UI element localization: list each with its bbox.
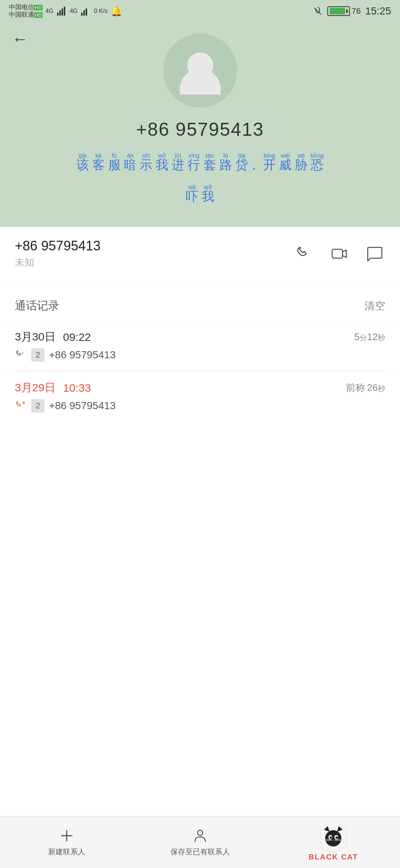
- records-clear-button[interactable]: 清空: [364, 299, 385, 313]
- call-type-icon-1: [15, 349, 27, 361]
- carrier1-label: 中国电信HD 中国联通HD: [9, 4, 43, 19]
- record-number-1: +86 95795413: [49, 349, 116, 361]
- call-records-section: 通话记录 清空 3月30日 09:22 5分12秒 2 +86 95795413: [0, 288, 400, 421]
- svg-point-11: [198, 830, 203, 835]
- svg-point-14: [325, 830, 341, 846]
- contact-phone-number: +86 95795413: [136, 119, 264, 140]
- bottom-navigation: 新建联系人 保存至已有联系人: [0, 816, 400, 868]
- records-header: 通话记录 清空: [0, 288, 400, 320]
- message-button[interactable]: [364, 243, 385, 264]
- info-phone-number: +86 95795413: [15, 238, 100, 254]
- contact-actions: [293, 243, 385, 264]
- svg-rect-4: [81, 13, 83, 16]
- back-button[interactable]: ←: [12, 30, 28, 48]
- blackcat-label: BLACK CAT: [309, 853, 358, 861]
- record-number-2: +86 95795413: [49, 400, 116, 412]
- video-call-button[interactable]: [329, 243, 350, 264]
- signal-bars-1: [56, 6, 67, 16]
- signal-4g-2: 4G: [70, 8, 77, 14]
- sim-badge-1: 2: [31, 348, 44, 362]
- call-record-item-2: 3月29日 10:33 前称 26秒 2 +86 95795413: [0, 371, 400, 421]
- blackcat-logo-svg: [317, 824, 350, 852]
- record-number-row-1: 2 +86 95795413: [15, 348, 385, 362]
- battery-indicator: 76: [327, 6, 360, 16]
- battery-icon: [327, 6, 350, 16]
- contact-info-section: +86 95795413 未知: [0, 227, 400, 280]
- avatar-icon: [176, 46, 224, 95]
- svg-rect-3: [64, 7, 65, 16]
- battery-percent: 76: [351, 6, 360, 16]
- svg-rect-0: [57, 13, 59, 16]
- save-contact-button[interactable]: 保存至已有联系人: [133, 828, 267, 857]
- record-time-1: 09:22: [63, 331, 91, 343]
- svg-rect-7: [88, 7, 89, 16]
- record-date-row-1: 3月30日 09:22 5分12秒: [15, 329, 385, 345]
- record-number-row-2: 2 +86 95795413: [15, 399, 385, 412]
- plus-icon: [59, 828, 75, 844]
- svg-rect-5: [83, 10, 85, 16]
- person-icon: [192, 828, 208, 844]
- contact-avatar: [163, 33, 237, 108]
- info-phone-label: 未知: [15, 256, 100, 269]
- sim-badge-2: 2: [31, 399, 44, 412]
- contact-header: ← +86 95795413 该gāi 客kè 服fú 暗àn 示shì 我wǒ…: [0, 22, 400, 227]
- svg-point-18: [335, 836, 338, 839]
- complaint-text: 该gāi 客kè 服fú 暗àn 示shì 我wǒ 进jìn 行xíng 套tà…: [76, 149, 324, 212]
- record-date-row-2: 3月29日 10:33 前称 26秒: [15, 380, 385, 395]
- new-contact-button[interactable]: 新建联系人: [0, 828, 133, 857]
- record-date-2: 3月29日: [15, 380, 56, 395]
- svg-rect-8: [332, 249, 343, 258]
- blackcat-button[interactable]: BLACK CAT: [267, 823, 400, 861]
- svg-rect-6: [86, 9, 87, 16]
- record-duration-1: 5分12秒: [354, 331, 385, 343]
- svg-rect-2: [62, 9, 63, 16]
- call-button[interactable]: [293, 243, 314, 264]
- svg-point-17: [330, 836, 332, 839]
- data-speed: 0 K/s: [94, 8, 107, 14]
- mute-icon: [313, 6, 323, 16]
- record-duration-2: 前称 26秒: [346, 381, 385, 394]
- signal-4g-1: 4G: [46, 8, 53, 14]
- call-type-icon-2: [15, 400, 27, 412]
- call-record-item-1: 3月30日 09:22 5分12秒 2 +86 95795413: [0, 320, 400, 371]
- signal-bars-2: [80, 6, 91, 16]
- status-left: 中国电信HD 中国联通HD 4G 4G 0 K/s 🔔: [9, 4, 122, 19]
- save-contact-label: 保存至已有联系人: [171, 847, 230, 857]
- status-bar: 中国电信HD 中国联通HD 4G 4G 0 K/s 🔔: [0, 0, 400, 22]
- time-display: 15:25: [365, 5, 391, 17]
- record-time-2: 10:33: [63, 382, 91, 394]
- records-title: 通话记录: [15, 298, 59, 313]
- status-right: 76 15:25: [313, 5, 391, 17]
- svg-rect-1: [59, 10, 61, 16]
- notification-icon: 🔔: [110, 6, 122, 17]
- record-date-1: 3月30日: [15, 329, 56, 345]
- new-contact-label: 新建联系人: [48, 847, 85, 857]
- contact-info-left: +86 95795413 未知: [15, 238, 100, 269]
